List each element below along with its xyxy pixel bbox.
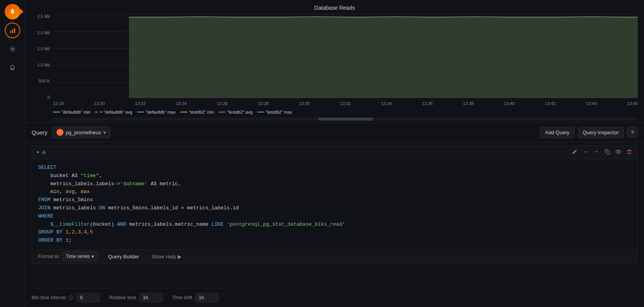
x-label: 13:46	[627, 101, 638, 106]
sql-line: GROUP BY 1,2,3,4,5	[38, 228, 631, 237]
sql-line: bucket AS "time",	[38, 172, 631, 180]
query-inspector-button[interactable]: Query Inspector	[578, 127, 624, 138]
sql-line: SELECT	[38, 164, 631, 172]
sql-line: metrics_labels.labels->'datname' AS metr…	[38, 180, 631, 188]
x-label: 13:28	[258, 101, 269, 106]
info-icon[interactable]: ⓘ	[69, 295, 73, 301]
query-editor-area: ▼ A	[25, 142, 644, 288]
legend-item: "testdb2" max	[257, 110, 292, 114]
move-down-button[interactable]	[581, 148, 590, 156]
query-block-actions	[570, 148, 633, 156]
y-label-3: 1.0 Mil	[37, 63, 50, 67]
query-header-right: Add Query Query Inspector ?	[540, 127, 638, 138]
show-help-button[interactable]: Show Help ▶	[145, 250, 187, 263]
x-label: 13:38	[463, 101, 474, 106]
copy-query-button[interactable]	[603, 148, 612, 156]
datasource-dropdown-icon: ▾	[103, 130, 106, 135]
arrow-up-icon	[594, 149, 599, 154]
legend-label: "testdb2" max	[266, 110, 292, 114]
sql-code-block[interactable]: SELECT bucket AS "time", metrics_labels.…	[32, 159, 637, 249]
datasource-selector[interactable]: pg_prometheus ▾	[52, 126, 110, 138]
x-label: 13:24	[176, 101, 187, 106]
x-label: 13:44	[586, 101, 597, 106]
chart-title: Database Reads	[32, 5, 638, 11]
x-label: 13:30	[299, 101, 310, 106]
sql-line: WHERE	[38, 212, 631, 221]
bell-icon	[9, 64, 16, 71]
x-label: 13:32	[340, 101, 351, 106]
min-interval-label: Min time interval	[32, 295, 65, 300]
legend-item: "testdb2" avg	[219, 110, 252, 114]
x-label: 13:42	[545, 101, 556, 106]
y-label-1: 2.0 Mil	[37, 30, 50, 35]
eye-icon	[616, 149, 621, 154]
x-label: 13:20	[94, 101, 105, 106]
sidebar-icon-bell[interactable]	[5, 60, 20, 75]
sql-line: ORDER BY 1;	[38, 237, 631, 245]
legend-label: "defaultdb" min	[62, 110, 90, 114]
svg-rect-5	[607, 151, 610, 154]
sidebar-icon-flame[interactable]	[5, 4, 20, 19]
query-builder-tab[interactable]: Query Builder	[102, 250, 145, 263]
legend-color	[95, 112, 102, 112]
chart-scrollbar[interactable]	[53, 118, 638, 121]
delete-query-button[interactable]	[625, 148, 633, 156]
show-help-label: Show Help ▶	[152, 254, 181, 260]
sidebar-icon-gear[interactable]	[5, 41, 20, 57]
chart-area: Database Reads 2.5 Mil 2.0 Mil 1.5 Mil 1…	[25, 0, 644, 122]
x-axis: 13:18 13:20 13:22 13:24 13:26 13:28 13:3…	[53, 100, 638, 107]
legend-color	[53, 112, 60, 112]
x-label: 13:22	[135, 101, 146, 106]
edit-query-button[interactable]	[570, 148, 579, 156]
format-select[interactable]: Time series ▾	[62, 251, 97, 261]
main-content: Database Reads 2.5 Mil 2.0 Mil 1.5 Mil 1…	[25, 0, 644, 307]
y-axis: 2.5 Mil 2.0 Mil 1.5 Mil 1.0 Mil 500 K 0	[32, 14, 53, 107]
query-header-left: Query pg_prometheus ▾	[32, 126, 110, 138]
svg-rect-2	[14, 28, 15, 33]
format-value: Time series	[66, 254, 90, 259]
bottom-options: Min time interval ⓘ Relative time Time s…	[25, 288, 644, 307]
query-block-header: ▼ A	[32, 146, 637, 159]
query-section: Query pg_prometheus ▾ Add Query Query I	[25, 122, 644, 288]
query-header: Query pg_prometheus ▾ Add Query Query I	[25, 123, 644, 142]
format-dropdown-icon: ▾	[92, 254, 94, 259]
relative-time-input[interactable]	[139, 293, 163, 302]
svg-point-3	[12, 48, 14, 50]
time-shift-input[interactable]	[195, 293, 219, 302]
legend-color	[180, 112, 187, 112]
min-interval-input[interactable]	[76, 293, 100, 302]
sql-line: FROM metrics_5mins	[38, 196, 631, 204]
move-up-button[interactable]	[592, 148, 601, 156]
legend-color	[137, 112, 144, 112]
legend-label: "defaultdb" max	[146, 110, 176, 114]
x-label: 13:36	[422, 101, 433, 106]
sidebar	[0, 0, 25, 307]
svg-rect-1	[12, 30, 13, 33]
collapse-arrow[interactable]: ▼	[36, 150, 40, 154]
datasource-icon	[56, 129, 64, 136]
copy-icon	[605, 149, 610, 154]
help-button[interactable]: ?	[627, 127, 638, 138]
legend-color	[257, 112, 264, 112]
add-query-button[interactable]: Add Query	[540, 127, 574, 138]
svg-point-4	[58, 131, 62, 132]
sidebar-icon-chart[interactable]	[5, 23, 20, 38]
chart-canvas	[53, 14, 638, 100]
relative-time-label: Relative time	[109, 295, 136, 300]
time-shift-group: Time shift	[172, 293, 219, 302]
delete-icon	[626, 149, 632, 154]
relative-time-group: Relative time	[109, 293, 162, 302]
legend-item: "defaultdb" min	[53, 110, 90, 114]
chart-scrollbar-thumb[interactable]	[318, 118, 373, 121]
y-label-5: 0	[48, 95, 50, 100]
query-block-title: ▼ A	[36, 149, 46, 155]
legend-label: "testdb2" avg	[227, 110, 252, 114]
legend-item: "testdb2" min	[180, 110, 214, 114]
y-label-4: 500 K	[39, 79, 50, 83]
legend-color	[219, 112, 226, 112]
query-footer: Format as Time series ▾ Query Builder Sh…	[32, 249, 637, 263]
legend-label: "testdb2" min	[189, 110, 214, 114]
x-label: 13:40	[504, 101, 515, 106]
y-label-2: 1.5 Mil	[37, 46, 50, 51]
toggle-visibility-button[interactable]	[614, 148, 623, 156]
